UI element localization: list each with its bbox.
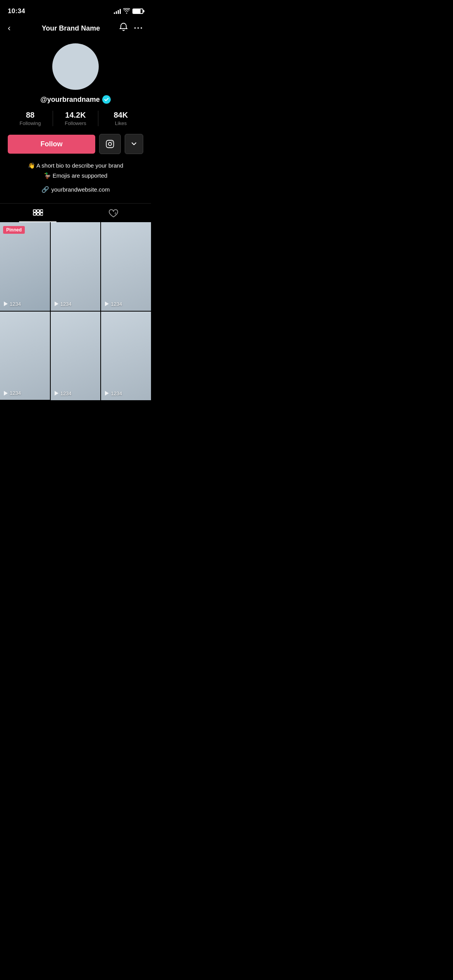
tab-videos[interactable] — [0, 204, 76, 222]
play-icon-4 — [4, 391, 8, 396]
play-count-6: 1234 — [111, 391, 122, 396]
video-play-row-5: 1234 — [55, 391, 72, 396]
video-play-row-1: 1234 — [4, 301, 21, 307]
video-cell-1[interactable]: Pinned 1234 — [0, 222, 50, 311]
following-count: 88 — [26, 111, 34, 120]
video-play-row-3: 1234 — [105, 301, 122, 307]
video-play-row-4: 1234 — [4, 390, 21, 396]
bio-line-2: 🦆 Emojis are supported — [8, 171, 143, 180]
status-icons — [114, 8, 143, 15]
status-bar: 10:34 — [0, 0, 151, 19]
video-cell-6[interactable]: 1234 — [101, 312, 151, 400]
video-cell-3[interactable]: 1234 — [101, 222, 151, 311]
play-icon-1 — [4, 302, 8, 306]
svg-rect-5 — [40, 210, 43, 212]
play-count-4: 1234 — [10, 390, 21, 396]
svg-rect-8 — [40, 213, 43, 215]
signal-icon — [114, 9, 121, 14]
status-time: 10:34 — [8, 7, 25, 15]
tab-liked[interactable] — [76, 204, 151, 222]
video-play-row-2: 1234 — [55, 301, 72, 307]
video-cell-2[interactable]: 1234 — [51, 222, 101, 311]
play-icon-6 — [105, 391, 109, 396]
pinned-badge: Pinned — [3, 226, 25, 234]
nav-right-actions: ··· — [120, 22, 143, 34]
svg-rect-7 — [37, 213, 39, 215]
play-icon-3 — [105, 302, 109, 306]
link-icon: 🔗 — [41, 186, 49, 193]
profile-title: Your Brand Name — [22, 24, 120, 33]
play-count-3: 1234 — [111, 301, 122, 307]
svg-rect-6 — [33, 213, 36, 215]
more-options-icon[interactable]: ··· — [134, 23, 143, 33]
play-count-2: 1234 — [60, 301, 72, 307]
avatar — [52, 43, 99, 90]
svg-point-1 — [108, 142, 112, 146]
verified-badge — [102, 95, 111, 104]
play-icon-2 — [55, 302, 58, 306]
bio-line-1: 👋 A short bio to describe your brand — [8, 161, 143, 170]
svg-rect-3 — [33, 210, 36, 212]
likes-count: 84K — [114, 111, 128, 120]
username-row: @yourbrandname — [40, 95, 111, 104]
following-label: Following — [20, 120, 41, 126]
website-link: yourbrandwebsite.com — [51, 186, 110, 193]
bio-section: 👋 A short bio to describe your brand 🦆 E… — [8, 161, 143, 181]
tabs-row — [0, 203, 151, 222]
play-count-5: 1234 — [60, 391, 72, 396]
video-cell-4[interactable]: 1234 — [0, 312, 50, 400]
dropdown-button[interactable] — [125, 134, 143, 154]
play-count-1: 1234 — [10, 301, 21, 307]
followers-label: Followers — [65, 120, 86, 126]
website-row[interactable]: 🔗 yourbrandwebsite.com — [41, 186, 110, 193]
likes-stat[interactable]: 84K Likes — [98, 111, 143, 126]
followers-count: 14.2K — [65, 111, 86, 120]
battery-icon — [132, 9, 143, 14]
video-cell-5[interactable]: 1234 — [51, 312, 101, 400]
likes-label: Likes — [115, 120, 127, 126]
followers-stat[interactable]: 14.2K Followers — [53, 111, 98, 126]
stats-row: 88 Following 14.2K Followers 84K Likes — [8, 111, 143, 126]
profile-section: @yourbrandname 88 Following 14.2K Follow… — [0, 39, 151, 201]
svg-rect-4 — [37, 210, 39, 212]
play-icon-5 — [55, 391, 58, 396]
action-row: Follow — [8, 134, 143, 154]
video-grid: Pinned 1234 1234 1234 1234 1234 1234 — [0, 222, 151, 400]
username: @yourbrandname — [40, 96, 100, 104]
svg-point-2 — [112, 142, 113, 142]
back-button[interactable]: ‹ — [8, 23, 22, 33]
svg-rect-0 — [106, 140, 114, 148]
video-play-row-6: 1234 — [105, 391, 122, 396]
wifi-icon — [123, 8, 130, 15]
follow-button[interactable]: Follow — [8, 135, 95, 154]
instagram-button[interactable] — [99, 134, 121, 154]
notification-bell-icon[interactable] — [119, 22, 128, 34]
top-nav: ‹ Your Brand Name ··· — [0, 19, 151, 39]
following-stat[interactable]: 88 Following — [8, 111, 53, 126]
